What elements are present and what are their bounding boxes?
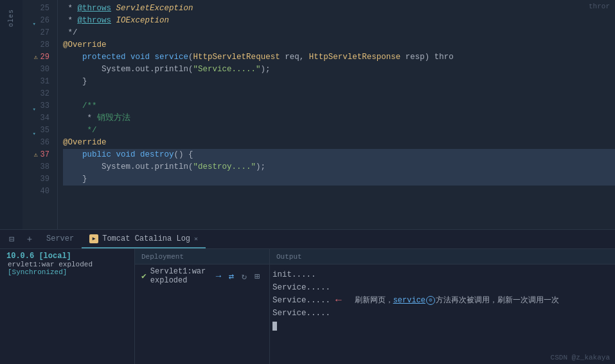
code-line-32 — [63, 88, 615, 100]
output-panel: Output init.....Service.....Service.....… — [270, 249, 615, 364]
line-number-40: 40 — [22, 186, 52, 198]
code-content: * @throws ServletException * @throws IOE… — [58, 0, 615, 229]
fold-icon[interactable]: ▾ — [33, 128, 38, 134]
line-num-text: 40 — [40, 186, 49, 198]
output-line-4 — [272, 320, 612, 333]
editor-area: oles 25▾262728⚠29303132▾3334▾3536⚠373839… — [0, 0, 615, 229]
warning-icon: ⚠ — [34, 51, 38, 64]
tab-tomcat[interactable]: ▶ Tomcat Catalina Log ✕ — [82, 230, 206, 248]
line-number-29: ⚠29 — [22, 51, 52, 64]
line-number-30: 30 — [22, 64, 52, 76]
top-right-label: thror — [589, 3, 610, 10]
line-num-text: 29 — [40, 51, 49, 64]
line-number-39: 39 — [22, 173, 52, 186]
tomcat-tab-icon: ▶ — [89, 234, 98, 243]
code-line-31: } — [63, 76, 615, 88]
line-num-text: 31 — [40, 76, 49, 88]
line-num-text: 38 — [40, 161, 49, 173]
annotation-circle: ⊙ — [426, 296, 435, 305]
output-content: init.....Service.....Service.....←刷新网页，s… — [270, 264, 615, 364]
line-num-text: 36 — [40, 137, 49, 149]
deployment-panel: Deployment ✔ Servlet1:war exploded → ⇄ ↻… — [135, 249, 270, 364]
code-line-38: System.out.println("destroy...."); — [63, 161, 615, 173]
code-line-35: */ — [63, 125, 615, 137]
line-number-37: ⚠37 — [22, 149, 52, 161]
tab-server[interactable]: Server — [39, 230, 82, 248]
deployment-item[interactable]: ✔ Servlet1:war exploded → ⇄ ↻ ⊞ — [135, 264, 269, 288]
panel-icon-btn-left[interactable]: ⊟ — [3, 230, 21, 248]
warning-icon: ⚠ — [34, 149, 38, 161]
line-num-text: 27 — [40, 27, 49, 39]
line-num-text: 30 — [40, 64, 49, 76]
line-number-34: 34 — [22, 112, 52, 125]
code-line-37: public void destroy() { — [63, 149, 615, 161]
code-line-25: * @throws ServletException — [63, 3, 615, 15]
output-header: Output — [270, 249, 615, 264]
output-annotation: 刷新网页，service⊙方法再次被调用，刷新一次调用一次 — [355, 294, 559, 307]
output-lines: init.....Service.....Service.....←刷新网页，s… — [270, 267, 615, 361]
server-name: 10.0.6 [local] — [6, 252, 128, 261]
server-sub: ervlet1:war exploded [Synchronized] — [6, 261, 128, 276]
line-number-38: 38 — [22, 161, 52, 173]
code-line-40 — [63, 186, 615, 198]
code-line-39: } — [63, 173, 615, 186]
line-number-26: ▾26 — [22, 15, 52, 27]
output-line-2: Service.....←刷新网页，service⊙方法再次被调用，刷新一次调用… — [272, 294, 612, 307]
line-number-31: 31 — [22, 76, 52, 88]
line-number-36: 36 — [22, 137, 52, 149]
code-line-36: @Override — [63, 137, 615, 149]
sidebar-label: oles — [8, 9, 15, 27]
line-number-27: 27 — [22, 27, 52, 39]
code-line-28: @Override — [63, 39, 615, 51]
line-num-text: 34 — [40, 112, 49, 125]
output-cursor — [272, 322, 277, 331]
server-item[interactable]: 10.0.6 [local] ervlet1:war exploded [Syn… — [0, 249, 134, 279]
line-num-text: 39 — [40, 173, 49, 186]
line-num-text: 26 — [40, 15, 49, 27]
line-number-35: ▾35 — [22, 125, 52, 137]
output-line-0: init..... — [272, 268, 612, 281]
line-num-text: 32 — [40, 88, 49, 100]
line-number-25: 25 — [22, 3, 52, 15]
panel-icon-btn-plus[interactable]: + — [21, 230, 39, 248]
bottom-panel: ⊟ + Server ▶ Tomcat Catalina Log ✕ 10.0.… — [0, 229, 615, 364]
output-arrow-icon: ← — [335, 294, 342, 307]
line-number-33: ▾33 — [22, 100, 52, 112]
watermark: CSDN @z_kakaya — [546, 351, 615, 364]
fold-icon[interactable]: ▾ — [33, 104, 38, 109]
code-line-29: protected void service(HttpServletReques… — [63, 51, 615, 64]
deployment-actions: → ⇄ ↻ ⊞ — [213, 270, 263, 282]
deploy-config-icon[interactable]: ⊞ — [251, 270, 263, 282]
output-line-3: Service..... — [272, 307, 612, 320]
deploy-arrow-right-icon[interactable]: → — [213, 270, 224, 282]
server-sub-text: ervlet1:war exploded [Synchronized] — [8, 261, 93, 276]
line-num-text: 37 — [40, 149, 49, 161]
left-sidebar: oles — [0, 0, 22, 229]
line-num-text: 25 — [40, 3, 49, 15]
tab-server-label: Server — [46, 234, 74, 243]
server-left-panel: 10.0.6 [local] ervlet1:war exploded [Syn… — [0, 249, 135, 364]
annotation-link[interactable]: service — [393, 296, 425, 305]
code-line-33: /** — [63, 100, 615, 112]
bottom-panel-content-row: 10.0.6 [local] ervlet1:war exploded [Syn… — [0, 249, 615, 364]
line-num-text: 33 — [40, 100, 49, 112]
deployment-item-label: Servlet1:war exploded — [150, 267, 209, 285]
code-line-30: System.out.println("Service....."); — [63, 64, 615, 76]
deploy-refresh-icon[interactable]: ↻ — [238, 270, 250, 282]
line-num-text: 28 — [40, 39, 49, 51]
line-numbers: 25▾262728⚠29303132▾3334▾3536⚠37383940 — [22, 0, 58, 229]
code-line-27: */ — [63, 27, 615, 39]
deployment-check-icon: ✔ — [141, 271, 147, 281]
line-number-28: 28 — [22, 39, 52, 51]
line-num-text: 35 — [40, 125, 49, 137]
tab-tomcat-close[interactable]: ✕ — [194, 235, 198, 243]
deployment-header: Deployment — [135, 249, 269, 264]
fold-icon[interactable]: ▾ — [33, 19, 38, 24]
code-line-34: * 销毁方法 — [63, 112, 615, 125]
line-number-32: 32 — [22, 88, 52, 100]
tab-tomcat-label: Tomcat Catalina Log — [102, 234, 190, 243]
code-line-26: * @throws IOException — [63, 15, 615, 27]
bottom-panel-tabs: ⊟ + Server ▶ Tomcat Catalina Log ✕ — [0, 230, 615, 249]
output-line-1: Service..... — [272, 281, 612, 294]
deploy-exchange-icon[interactable]: ⇄ — [226, 270, 237, 282]
